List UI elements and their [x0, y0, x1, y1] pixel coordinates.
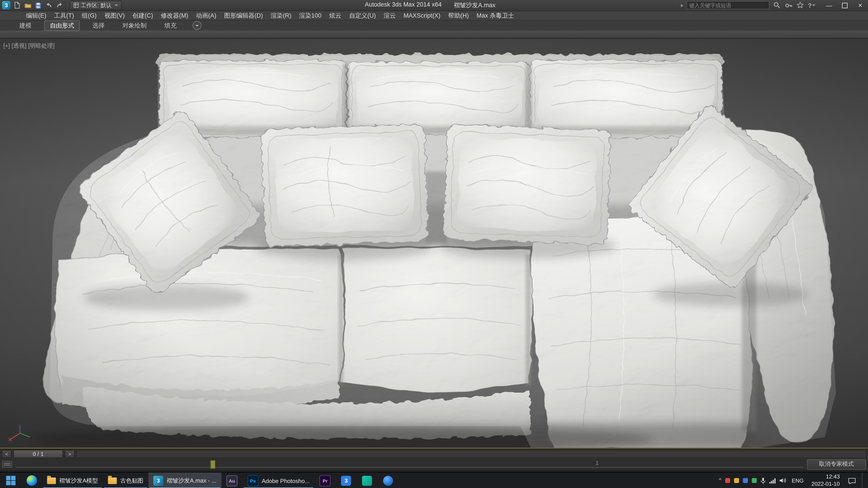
- viewport-general-menu[interactable]: [+]: [3, 42, 10, 50]
- restore-icon: [842, 2, 847, 8]
- menu-xuanyun[interactable]: 炫云: [325, 11, 345, 20]
- world-axis-gizmo: [8, 423, 32, 443]
- open-file-icon[interactable]: [24, 1, 31, 9]
- redo-icon[interactable]: [55, 1, 63, 9]
- search-input[interactable]: [686, 1, 770, 9]
- taskbar-item-premiere[interactable]: Pr: [315, 473, 336, 488]
- tray-icon-blue[interactable]: [743, 478, 748, 483]
- workspace-icon: [74, 3, 79, 8]
- menu-views[interactable]: 视图(V): [101, 11, 129, 20]
- network-icon[interactable]: [770, 478, 776, 483]
- menu-group[interactable]: 组(G): [78, 11, 101, 20]
- search-icon[interactable]: [773, 1, 781, 9]
- tray-icon-green[interactable]: [752, 478, 757, 483]
- system-tray: ^ ENG 12:43 2022-01-10: [717, 473, 868, 488]
- help-icon[interactable]: ?: [808, 1, 816, 9]
- track-bar-ruler[interactable]: 1: [16, 459, 804, 470]
- menu-renderyun[interactable]: 渲云: [380, 11, 400, 20]
- menu-animation[interactable]: 动画(A): [192, 11, 220, 20]
- trackbar-tick-label: 1: [596, 460, 598, 466]
- taskbar-item-blue-app[interactable]: 3: [336, 473, 357, 488]
- taskbar-item-explorer-textures[interactable]: 古色贴图: [103, 473, 149, 488]
- menu-rendering[interactable]: 渲染(R): [267, 11, 295, 20]
- viewport-shading-menu[interactable]: [明暗处理]: [28, 42, 55, 50]
- taskbar-item-3dsmax[interactable]: 3 褶皱沙发A.max - ...: [148, 473, 221, 488]
- time-slider-track[interactable]: [76, 450, 866, 458]
- taskbar-item-label: Adobe Photosho...: [262, 477, 310, 484]
- menu-max-antivirus[interactable]: Max 杀毒卫士: [473, 11, 518, 20]
- save-file-icon[interactable]: [34, 1, 42, 9]
- menu-render100[interactable]: 渲染100: [295, 11, 325, 20]
- tab-populate[interactable]: 填充: [159, 21, 182, 30]
- tab-selection[interactable]: 选择: [88, 21, 110, 30]
- menu-customize[interactable]: 自定义(U): [345, 11, 380, 20]
- menu-help[interactable]: 帮助(H): [444, 11, 473, 20]
- show-desktop-button[interactable]: [862, 473, 866, 488]
- menubar: 编辑(E) 工具(T) 组(G) 视图(V) 创建(C) 修改器(M) 动画(A…: [0, 11, 868, 21]
- teal-app-icon: [362, 476, 372, 486]
- viewport-canvas[interactable]: [0, 39, 868, 449]
- hidden-icons-chevron[interactable]: ^: [719, 477, 721, 483]
- menu-modifiers[interactable]: 修改器(M): [157, 11, 192, 20]
- taskbar-item-explorer-model[interactable]: 褶皱沙发A模型: [42, 473, 103, 488]
- tray-icon-red[interactable]: [725, 478, 730, 483]
- workspace-selector[interactable]: 工作区: 默认: [70, 0, 122, 10]
- taskbar-item-round-app[interactable]: [378, 473, 399, 488]
- previous-frame-button[interactable]: <: [2, 450, 11, 458]
- ribbon-collapsed-strip: [0, 31, 868, 39]
- microphone-icon[interactable]: [761, 477, 766, 484]
- trackbar-frame-marker[interactable]: [211, 460, 215, 469]
- menu-maxscript[interactable]: MAXScript(X): [400, 12, 444, 19]
- tab-object-paint[interactable]: 对象绘制: [117, 21, 152, 30]
- viewport-pov-menu[interactable]: [透视]: [11, 42, 26, 50]
- menu-create[interactable]: 创建(C): [129, 11, 157, 20]
- menu-graph-editors[interactable]: 图形编辑器(D): [220, 11, 267, 20]
- start-button[interactable]: [0, 473, 21, 488]
- clock[interactable]: 12:43 2022-01-10: [809, 474, 842, 487]
- tab-modeling[interactable]: 建模: [14, 21, 37, 30]
- new-scene-icon[interactable]: [13, 1, 21, 9]
- search-expand-icon[interactable]: [681, 4, 683, 7]
- track-bar-row: 1 取消专家模式: [0, 459, 868, 470]
- audition-icon: Au: [226, 475, 237, 486]
- taskbar-item-audition[interactable]: Au: [221, 473, 242, 488]
- favorites-star-icon[interactable]: [796, 1, 804, 9]
- subscription-key-icon[interactable]: [784, 1, 793, 9]
- menu-tools[interactable]: 工具(T): [50, 11, 78, 20]
- workspace-label: 工作区: 默认: [81, 1, 112, 9]
- quick-access-toolbar: 3 工作区: 默认: [0, 0, 122, 10]
- app-title: Autodesk 3ds Max 2014 x64: [365, 1, 442, 9]
- tray-icon-yellow[interactable]: [734, 478, 739, 483]
- max-logo-icon[interactable]: 3: [2, 1, 11, 9]
- cancel-expert-mode-button[interactable]: 取消专家模式: [807, 459, 866, 469]
- speaker-icon[interactable]: [780, 477, 786, 484]
- undo-icon[interactable]: [45, 1, 53, 9]
- status-divider: [0, 470, 868, 472]
- trackbar-mode-icon[interactable]: [2, 461, 12, 467]
- active-viewport-border: [0, 448, 868, 449]
- ribbon-tabs: 建模 自由形式 选择 对象绘制 填充: [0, 21, 868, 31]
- viewport-label: [+] [透视] [明暗处理]: [3, 42, 55, 50]
- clock-date: 2022-01-10: [811, 481, 840, 488]
- time-slider-handle[interactable]: 0 / 1: [13, 450, 63, 458]
- minimize-button[interactable]: —: [822, 0, 837, 11]
- taskbar-item-teal-app[interactable]: [357, 473, 378, 488]
- menu-edit[interactable]: 编辑(E): [22, 11, 50, 20]
- language-indicator[interactable]: ENG: [790, 477, 805, 484]
- close-button[interactable]: ×: [852, 0, 868, 11]
- action-center-icon[interactable]: [846, 477, 858, 484]
- window-title: Autodesk 3ds Max 2014 x64 褶皱沙发A.max: [365, 1, 495, 9]
- restore-button[interactable]: [837, 0, 852, 11]
- tab-freeform[interactable]: 自由形式: [44, 20, 80, 31]
- infocenter: ?: [681, 1, 819, 9]
- edge-browser-button[interactable]: [21, 473, 42, 488]
- taskbar-item-photoshop[interactable]: Ps Adobe Photosho...: [242, 473, 314, 488]
- ribbon-minimize-toggle[interactable]: [193, 21, 202, 30]
- edge-icon: [26, 475, 37, 486]
- window-controls: — ×: [822, 0, 868, 11]
- fabric-noise-overlay: [50, 55, 836, 449]
- chevron-down-icon: [114, 4, 118, 6]
- viewport-perspective[interactable]: [+] [透视] [明暗处理]: [0, 39, 868, 449]
- premiere-icon: Pr: [320, 475, 331, 486]
- next-frame-button[interactable]: >: [65, 450, 75, 458]
